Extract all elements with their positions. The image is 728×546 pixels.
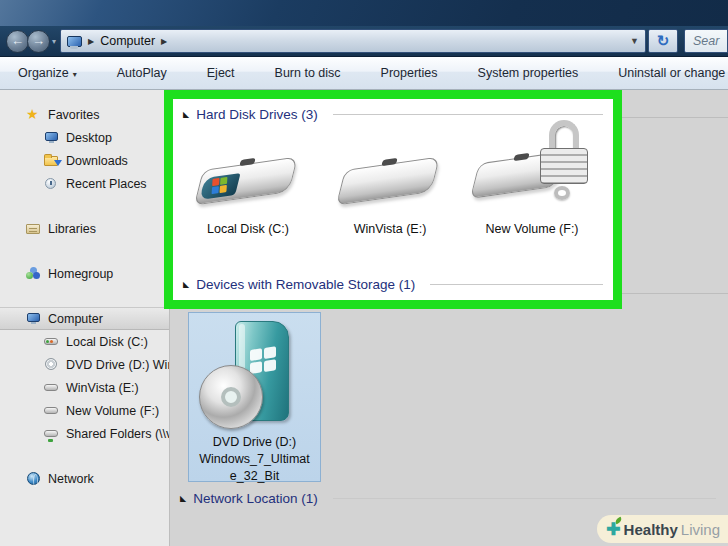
dvd-label-line: e_32_Bit bbox=[230, 469, 279, 484]
search-input[interactable]: Sear bbox=[684, 29, 728, 53]
sidebar-label: DVD Drive (D:) Windo bbox=[66, 358, 169, 372]
sidebar-item-local-disk-c[interactable]: Local Disk (C:) bbox=[0, 330, 169, 353]
computer-icon bbox=[67, 36, 82, 47]
sidebar-label: WinVista (E:) bbox=[66, 381, 139, 395]
sidebar-spacer bbox=[0, 240, 169, 262]
sidebar-label: Favorites bbox=[48, 108, 99, 122]
sidebar-label: Libraries bbox=[48, 222, 96, 236]
sidebar-label: Desktop bbox=[66, 131, 112, 145]
sidebar-label: Computer bbox=[48, 312, 103, 326]
collapse-triangle-icon[interactable]: ◣ bbox=[183, 280, 189, 289]
homegroup-icon bbox=[26, 267, 41, 280]
hard-drive-icon bbox=[190, 132, 306, 218]
burn-to-disc-button[interactable]: Burn to disc bbox=[275, 66, 341, 80]
dvd-label-line: DVD Drive (D:) bbox=[213, 435, 296, 450]
sidebar-item-shared-folders[interactable]: Shared Folders (\\vm bbox=[0, 422, 169, 445]
title-bar bbox=[0, 0, 728, 26]
health-cross-icon: ✚ bbox=[606, 519, 620, 540]
padlock-icon bbox=[540, 120, 588, 194]
computer-icon bbox=[26, 312, 41, 325]
sidebar-label: Local Disk (C:) bbox=[66, 335, 148, 349]
sidebar-item-dvd-drive-d[interactable]: DVD Drive (D:) Windo bbox=[0, 353, 169, 376]
address-dropdown-icon[interactable]: ▼ bbox=[630, 36, 639, 46]
desktop-icon bbox=[44, 131, 59, 144]
drive-winvista-e[interactable]: WinVista (E:) bbox=[319, 132, 461, 236]
group-title: Devices with Removable Storage (1) bbox=[196, 277, 415, 292]
organize-button[interactable]: Organize▾ bbox=[18, 66, 77, 80]
sidebar-label: Shared Folders (\\vm bbox=[66, 427, 169, 441]
sidebar-spacer bbox=[0, 285, 169, 307]
sidebar-item-libraries[interactable]: Libraries bbox=[0, 217, 169, 240]
breadcrumb-computer[interactable]: Computer bbox=[100, 34, 155, 48]
sidebar-item-winvista-e[interactable]: WinVista (E:) bbox=[0, 376, 169, 399]
forward-icon: → bbox=[32, 33, 45, 48]
local-disk-icon bbox=[44, 335, 59, 348]
network-globe-icon bbox=[26, 472, 41, 485]
dvd-drive-item[interactable]: DVD Drive (D:) Windows_7_Ultimat e_32_Bi… bbox=[188, 312, 321, 482]
chevron-right-icon[interactable]: ▶ bbox=[88, 37, 94, 46]
drive-icon bbox=[44, 381, 59, 394]
group-title: Hard Disk Drives (3) bbox=[196, 107, 318, 122]
group-rule bbox=[333, 498, 716, 499]
watermark-light-text: Living bbox=[681, 521, 720, 538]
drive-new-volume-f[interactable]: New Volume (F:) bbox=[461, 132, 603, 236]
watermark-bold-text: Healthy bbox=[624, 521, 678, 538]
healthy-living-watermark: ✚ Healthy Living bbox=[597, 515, 728, 543]
system-properties-button[interactable]: System properties bbox=[478, 66, 579, 80]
sidebar-label: Network bbox=[48, 472, 94, 486]
autoplay-button[interactable]: AutoPlay bbox=[117, 66, 167, 80]
sidebar-item-network[interactable]: Network bbox=[0, 467, 169, 490]
locked-drive-icon bbox=[474, 132, 590, 218]
leaf-icon bbox=[614, 516, 622, 523]
sidebar-spacer bbox=[0, 445, 169, 467]
hard-drive-icon bbox=[332, 132, 448, 218]
chevron-down-icon: ▾ bbox=[73, 70, 77, 79]
group-rule bbox=[622, 293, 728, 294]
sidebar-item-downloads[interactable]: Downloads bbox=[0, 149, 169, 172]
eject-button[interactable]: Eject bbox=[207, 66, 235, 80]
sidebar-label: Recent Places bbox=[66, 177, 147, 191]
sidebar-item-favorites[interactable]: ★ Favorites bbox=[0, 103, 169, 126]
sidebar-spacer bbox=[0, 195, 169, 217]
sidebar-item-computer[interactable]: Computer bbox=[0, 307, 169, 330]
group-header-removable-storage[interactable]: ◣ Devices with Removable Storage (1) bbox=[183, 277, 603, 292]
drive-local-disk-c[interactable]: Local Disk (C:) bbox=[177, 132, 319, 236]
drive-icon bbox=[44, 404, 59, 417]
properties-button[interactable]: Properties bbox=[381, 66, 438, 80]
windows-flag-icon bbox=[250, 346, 278, 376]
sidebar-item-homegroup[interactable]: Homegroup bbox=[0, 262, 169, 285]
back-button[interactable]: ← bbox=[6, 30, 29, 53]
dvd-drive-icon bbox=[44, 358, 59, 371]
group-rule bbox=[430, 284, 603, 285]
group-header-network-location[interactable]: ◣ Network Location (1) bbox=[180, 491, 716, 506]
chevron-right-icon[interactable]: ▶ bbox=[161, 37, 167, 46]
refresh-button[interactable]: ↻ bbox=[648, 29, 678, 53]
navigation-bar: ← → ▾ ▶ Computer ▶ ▼ ↻ Sear bbox=[0, 26, 728, 57]
group-rule bbox=[622, 117, 728, 118]
highlight-box: ◣ Hard Disk Drives (3) Local Disk (C:) bbox=[164, 90, 622, 309]
libraries-icon bbox=[26, 222, 41, 235]
collapse-triangle-icon[interactable]: ◣ bbox=[183, 110, 189, 119]
sidebar-item-new-volume-f[interactable]: New Volume (F:) bbox=[0, 399, 169, 422]
drive-label: WinVista (E:) bbox=[354, 222, 427, 236]
address-bar[interactable]: ▶ Computer ▶ ▼ bbox=[60, 29, 646, 53]
drive-label: New Volume (F:) bbox=[485, 222, 578, 236]
recent-places-icon bbox=[44, 177, 59, 190]
refresh-icon: ↻ bbox=[657, 32, 670, 49]
drive-label: Local Disk (C:) bbox=[207, 222, 289, 236]
recent-pages-dropdown[interactable]: ▾ bbox=[52, 37, 56, 46]
dvd-disc-icon bbox=[199, 365, 263, 429]
sidebar-item-recent-places[interactable]: Recent Places bbox=[0, 172, 169, 195]
content-pane: ◣ Hard Disk Drives (3) Local Disk (C:) bbox=[170, 90, 728, 546]
drive-list: Local Disk (C:) WinVista (E:) New bbox=[173, 122, 613, 236]
forward-button[interactable]: → bbox=[27, 30, 50, 53]
downloads-folder-icon bbox=[44, 154, 59, 167]
collapse-triangle-icon[interactable]: ◣ bbox=[180, 494, 186, 503]
sidebar-item-desktop[interactable]: Desktop bbox=[0, 126, 169, 149]
shared-folder-icon bbox=[44, 427, 59, 440]
back-icon: ← bbox=[11, 33, 24, 48]
star-icon: ★ bbox=[26, 108, 41, 121]
group-rule bbox=[333, 114, 603, 115]
uninstall-program-button[interactable]: Uninstall or change a pr bbox=[618, 66, 728, 80]
sidebar-label: New Volume (F:) bbox=[66, 404, 159, 418]
